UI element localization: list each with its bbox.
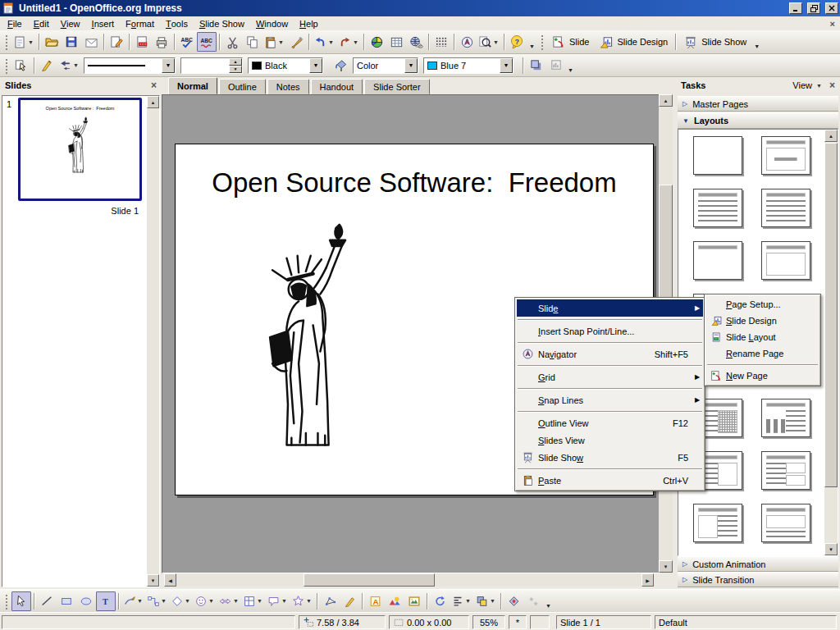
rotate-button[interactable] bbox=[430, 591, 450, 611]
submenu-item-new-page[interactable]: New Page bbox=[706, 368, 819, 384]
layout-thumb-chart-bullets[interactable] bbox=[761, 399, 810, 437]
text-button[interactable]: T bbox=[96, 591, 116, 611]
close-document-button[interactable]: × bbox=[830, 19, 835, 29]
canvas-hscrollbar[interactable]: ◀ ▶ bbox=[164, 573, 654, 587]
layouts-scrollbar[interactable]: ▲ ▼ bbox=[824, 130, 838, 555]
slide-title-text[interactable]: Open Source Software: Freedom bbox=[200, 167, 628, 199]
fill-type-dropdown[interactable]: ▼ bbox=[404, 58, 418, 73]
cut-button[interactable] bbox=[222, 32, 242, 52]
menu-file[interactable]: File bbox=[2, 17, 28, 30]
block-arrows-dropdown-arrow[interactable]: ▼ bbox=[232, 598, 240, 604]
fill-color-dropdown[interactable]: ▼ bbox=[500, 58, 513, 73]
context-menu-item-grid[interactable]: Grid▶ bbox=[517, 368, 703, 386]
export-pdf-button[interactable] bbox=[132, 32, 152, 52]
submenu-item-slide-layout[interactable]: Slide Layout bbox=[706, 329, 819, 345]
statue-of-liberty-image[interactable] bbox=[248, 220, 386, 459]
slide-show-button[interactable]: Slide Show bbox=[678, 32, 751, 52]
layout-thumb-title-bullets[interactable] bbox=[693, 189, 742, 227]
table-button[interactable] bbox=[386, 32, 406, 52]
print-button[interactable] bbox=[152, 32, 171, 52]
chart-button[interactable] bbox=[367, 32, 386, 52]
slides-scroll-up[interactable]: ▲ bbox=[147, 96, 159, 108]
layout-thumb-blank[interactable] bbox=[693, 136, 742, 175]
section-slide-transition[interactable]: ▷Slide Transition bbox=[678, 572, 838, 587]
line-style-select[interactable]: ▼ bbox=[84, 57, 176, 74]
flowchart-button[interactable]: ▼ bbox=[241, 591, 265, 611]
canvas-scroll-up[interactable]: ▲ bbox=[659, 94, 673, 107]
block-arrows-button[interactable]: ▼ bbox=[217, 591, 241, 611]
save-button[interactable] bbox=[62, 32, 81, 52]
spin-up[interactable]: ▲ bbox=[229, 58, 242, 66]
redo-dropdown-arrow[interactable]: ▼ bbox=[352, 39, 359, 45]
context-menu-item-insert-snap[interactable]: Insert Snap Point/Line... bbox=[517, 322, 703, 340]
navigator-button[interactable] bbox=[457, 32, 477, 52]
interaction-button[interactable] bbox=[504, 591, 523, 611]
status-size-cell[interactable]: 0.00 x 0.00 bbox=[389, 615, 469, 629]
slides-scrollbar[interactable]: ▲ ▼ bbox=[147, 96, 159, 587]
presentation-overflow-button[interactable]: ▼ bbox=[751, 33, 762, 51]
tab-normal[interactable]: Normal bbox=[168, 77, 217, 94]
status-position-cell[interactable]: 7.58 / 3.84 bbox=[299, 615, 386, 629]
edit-file-button[interactable] bbox=[107, 32, 126, 52]
arrowheads-button[interactable]: ▼ bbox=[57, 56, 81, 75]
submenu-item-rename-page[interactable]: Rename Page bbox=[706, 345, 819, 362]
canvas-hscroll-thumb[interactable] bbox=[304, 573, 435, 587]
line-width-field[interactable]: ▲▼ bbox=[180, 57, 243, 74]
callouts-dropdown-arrow[interactable]: ▼ bbox=[281, 598, 288, 604]
slide-thumbnail[interactable]: Open Source Software : Freedom bbox=[18, 98, 142, 201]
section-custom-animation[interactable]: ▷Custom Animation bbox=[678, 556, 838, 572]
drawing-overflow-button[interactable]: ▼ bbox=[543, 592, 554, 610]
object-overflow-button[interactable]: ▼ bbox=[565, 57, 576, 75]
line-color-select[interactable]: Black▼ bbox=[248, 57, 323, 74]
from-file-button[interactable] bbox=[404, 591, 424, 611]
new-button[interactable]: ▼ bbox=[11, 32, 36, 52]
fill-color-select[interactable]: Blue 7▼ bbox=[423, 57, 514, 74]
submenu-item-page-setup[interactable]: Page Setup... bbox=[706, 296, 819, 313]
paste-dropdown-arrow[interactable]: ▼ bbox=[277, 39, 285, 45]
glue-points-button[interactable] bbox=[340, 591, 359, 611]
close-button[interactable] bbox=[825, 2, 838, 14]
fontwork-button[interactable]: A bbox=[365, 591, 385, 611]
design-button[interactable] bbox=[546, 56, 565, 75]
ellipse-button[interactable] bbox=[76, 591, 96, 611]
slide-design-button[interactable]: Slide Design bbox=[594, 32, 673, 52]
toolbar-overflow-button[interactable]: ▼ bbox=[527, 33, 537, 51]
spin-down[interactable]: ▼ bbox=[229, 66, 242, 73]
context-menu-item-slides-view[interactable]: Slides View bbox=[517, 431, 703, 449]
undo-button[interactable]: ▼ bbox=[312, 32, 336, 52]
flowchart-dropdown-arrow[interactable]: ▼ bbox=[256, 598, 263, 604]
symbol-shapes-button[interactable]: ▼ bbox=[193, 591, 217, 611]
curve-button[interactable]: ▼ bbox=[121, 591, 145, 611]
tab-notes[interactable]: Notes bbox=[267, 79, 309, 94]
layout-thumb-title-only[interactable] bbox=[693, 241, 742, 280]
symbol-shapes-dropdown-arrow[interactable]: ▼ bbox=[208, 598, 215, 604]
basic-shapes-dropdown-arrow[interactable]: ▼ bbox=[184, 598, 191, 604]
area-style-button[interactable] bbox=[331, 56, 350, 75]
edit-points-button[interactable] bbox=[11, 56, 31, 75]
tab-handout[interactable]: Handout bbox=[311, 79, 363, 94]
spellcheck-button[interactable]: ABC bbox=[177, 32, 197, 52]
slides-panel-close-button[interactable]: × bbox=[151, 80, 157, 91]
menu-edit[interactable]: Edit bbox=[28, 17, 55, 30]
layout-thumb-title-content[interactable] bbox=[761, 136, 810, 175]
format-paintbrush-button[interactable] bbox=[286, 32, 306, 52]
zoom-button[interactable]: ▼ bbox=[477, 32, 501, 52]
shadow-button[interactable] bbox=[526, 56, 546, 75]
alignment-button[interactable]: ▼ bbox=[450, 591, 473, 611]
connector-dropdown-arrow[interactable]: ▼ bbox=[160, 598, 167, 604]
section-master-pages[interactable]: ▷Master Pages bbox=[678, 96, 838, 112]
menu-view[interactable]: View bbox=[55, 17, 86, 30]
section-layouts[interactable]: ▼Layouts bbox=[678, 112, 838, 129]
edit-points-tool-button[interactable] bbox=[320, 591, 340, 611]
minimize-button[interactable] bbox=[789, 2, 802, 14]
context-menu-item-outline-view[interactable]: Outline ViewF12 bbox=[517, 414, 703, 431]
toolbar-handle[interactable] bbox=[4, 34, 9, 50]
restore-button[interactable] bbox=[807, 2, 820, 14]
zoom-dropdown-arrow[interactable]: ▼ bbox=[492, 39, 500, 45]
insert-slide-button[interactable]: Slide bbox=[547, 32, 594, 52]
connector-button[interactable]: ▼ bbox=[145, 591, 169, 611]
auto-spellcheck-button[interactable]: ABC bbox=[197, 32, 217, 52]
context-menu-item-navigator[interactable]: NavigatorShift+F5 bbox=[517, 345, 703, 363]
help-button[interactable]: ? bbox=[507, 32, 527, 52]
arrange-dropdown-arrow[interactable]: ▼ bbox=[489, 598, 496, 604]
